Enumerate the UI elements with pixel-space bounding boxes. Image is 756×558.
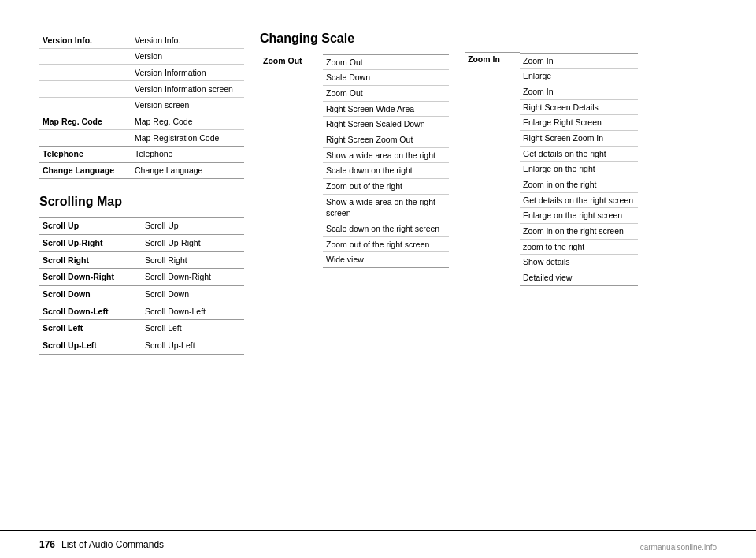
scroll-key-4: Scroll Down (39, 285, 142, 303)
telephone-label: Telephone (39, 146, 132, 162)
changing-scale-title: Changing Scale (260, 32, 449, 46)
zoom-out-val-6: Show a wide area on the right (323, 147, 449, 163)
table-row: Zoom In (520, 84, 638, 99)
table-row: Zoom Out (323, 54, 449, 70)
table-row: Enlarge Right Screen (520, 115, 638, 131)
table-row: Scroll DownScroll Down (39, 285, 244, 303)
zoom-out-val-5: Right Screen Zoom Out (323, 132, 449, 147)
table-row: Scale Down (323, 70, 449, 86)
zoom-out-val-11: Zoom out of the right screen (323, 236, 449, 252)
version-info-val-2: Version (132, 48, 244, 65)
zoom-out-sub-table: Zoom OutScale DownZoom OutRight Screen W… (323, 54, 449, 269)
zoom-in-val-1: Enlarge (520, 69, 638, 84)
empty-cell (39, 130, 132, 147)
table-row: Zoom in on the right (520, 177, 638, 193)
scroll-val-2: Scroll Right (142, 251, 244, 269)
table-row: Version (39, 48, 244, 65)
table-row: Version screen (39, 97, 244, 113)
zoom-in-val-13: Show details (520, 255, 638, 270)
zoom-in-val-5: Right Screen Zoom In (520, 130, 638, 146)
table-row: Right Screen Wide Area (323, 101, 449, 117)
table-row: Right Screen Details (520, 99, 638, 115)
scroll-key-2: Scroll Right (39, 251, 142, 269)
table-row: Get details on the right (520, 146, 638, 162)
change-lang-label: Change Language (39, 162, 132, 179)
scrolling-map-table: Scroll UpScroll UpScroll Up-RightScroll … (39, 217, 244, 355)
zoom-out-val-10: Scale down on the right screen (323, 221, 449, 237)
empty-cell (39, 81, 132, 98)
zoom-in-val-7: Enlarge on the right (520, 162, 638, 177)
table-row: Enlarge (520, 69, 638, 84)
zoom-out-val-12: Wide view (323, 252, 449, 268)
zoom-out-val-0: Zoom Out (323, 54, 449, 70)
map-reg-val-1: Map Reg. Code (132, 113, 244, 130)
zoom-out-val-2: Zoom Out (323, 85, 449, 101)
version-info-val-3: Version Information (132, 65, 244, 81)
table-row: Version Information screen (39, 81, 244, 98)
zoom-in-val-12: zoom to the right (520, 239, 638, 255)
zoom-in-val-11: Zoom in on the right screen (520, 224, 638, 240)
table-row: Scale down on the right screen (323, 221, 449, 237)
table-row: Scroll Down-LeftScroll Down-Left (39, 303, 244, 320)
page-footer-label: List of Audio Commands (61, 539, 164, 550)
table-row: Enlarge on the right (520, 162, 638, 177)
scroll-key-0: Scroll Up (39, 218, 142, 235)
table-row: Change Language Change Language (39, 162, 244, 179)
table-row: Scroll Up-LeftScroll Up-Left (39, 337, 244, 355)
zoom-in-val-3: Right Screen Details (520, 99, 638, 115)
table-row: Get details on the right screen (520, 192, 638, 208)
version-info-label: Version Info. (39, 32, 132, 49)
zoom-in-val-8: Zoom in on the right (520, 177, 638, 193)
zoom-in-val-0: Zoom In (520, 53, 638, 69)
table-row: Version Information (39, 65, 244, 81)
scroll-key-1: Scroll Up-Right (39, 234, 142, 251)
zoom-in-sub-table: Zoom InEnlargeZoom InRight Screen Detail… (520, 53, 638, 286)
empty-cell (39, 65, 132, 81)
spacer (465, 32, 638, 52)
zoom-in-val-4: Enlarge Right Screen (520, 115, 638, 131)
scroll-val-0: Scroll Up (142, 218, 244, 235)
table-row: Right Screen Zoom In (520, 130, 638, 146)
scrolling-map-title: Scrolling Map (39, 195, 244, 209)
right-column: Zoom In Zoom InEnlargeZoom InRight Scree… (449, 32, 638, 370)
table-row: Scroll LeftScroll Left (39, 320, 244, 337)
zoom-in-val-9: Get details on the right screen (520, 192, 638, 208)
table-row: Scroll Down-RightScroll Down-Right (39, 269, 244, 286)
zoom-in-val-14: Detailed view (520, 270, 638, 286)
table-row: Show a wide area on the right (323, 147, 449, 163)
telephone-val: Telephone (132, 146, 244, 162)
zoom-out-val-8: Zoom out of the right (323, 179, 449, 195)
empty-cell (39, 97, 132, 113)
table-row: Map Reg. Code Map Reg. Code (39, 113, 244, 130)
left-column: Version Info. Version Info. Version Vers… (39, 32, 244, 370)
table-row: Detailed view (520, 270, 638, 286)
page: Version Info. Version Info. Version Vers… (0, 0, 756, 558)
table-row: Zoom In (520, 53, 638, 69)
table-row: Zoom Out (323, 85, 449, 101)
version-info-val-5: Version screen (132, 97, 244, 113)
zoom-out-label: Zoom Out (260, 54, 323, 269)
watermark: carmanualsonline.info (640, 543, 717, 552)
map-reg-label: Map Reg. Code (39, 113, 132, 130)
middle-column: Changing Scale Zoom Out Zoom OutScale Do… (244, 32, 449, 370)
table-row: Scroll UpScroll Up (39, 218, 244, 235)
zoom-in-label: Zoom In (465, 53, 520, 286)
table-row: Map Registration Code (39, 130, 244, 147)
table-row: Enlarge on the right screen (520, 208, 638, 224)
table-row: Scroll RightScroll Right (39, 251, 244, 269)
zoom-in-val-6: Get details on the right (520, 146, 638, 162)
table-row: Scale down on the right (323, 163, 449, 179)
version-info-val-4: Version Information screen (132, 81, 244, 98)
table-row: Show details (520, 255, 638, 270)
table-row: Scroll Up-RightScroll Up-Right (39, 234, 244, 251)
table-row: Right Screen Zoom Out (323, 132, 449, 147)
zoom-out-values-cell: Zoom OutScale DownZoom OutRight Screen W… (323, 54, 449, 269)
table-row: zoom to the right (520, 239, 638, 255)
page-number: 176 (39, 539, 55, 550)
zoom-in-table: Zoom In Zoom InEnlargeZoom InRight Scree… (465, 52, 638, 286)
table-row: Zoom out of the right (323, 179, 449, 195)
table-row: Show a wide area on the right screen (323, 194, 449, 221)
zoom-out-val-7: Scale down on the right (323, 163, 449, 179)
scroll-val-3: Scroll Down-Right (142, 269, 244, 286)
zoom-in-val-2: Zoom In (520, 84, 638, 99)
